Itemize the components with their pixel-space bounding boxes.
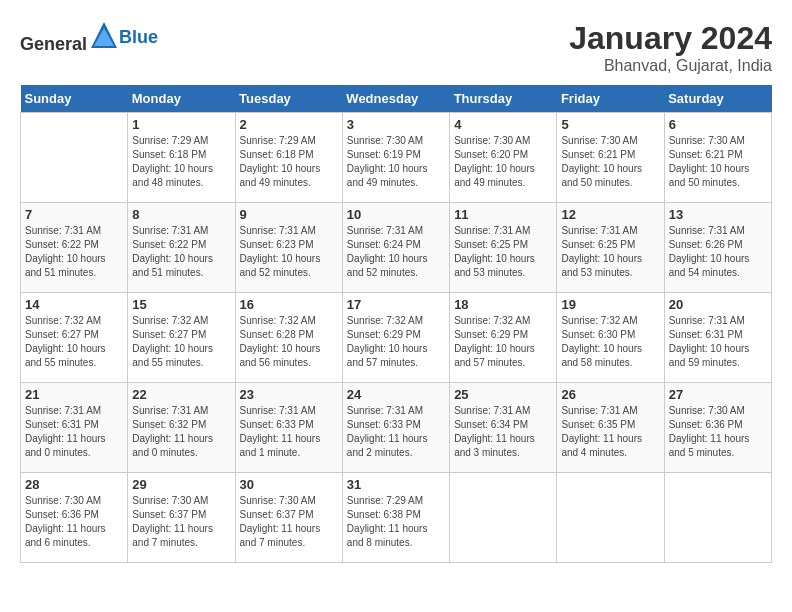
- day-number: 28: [25, 477, 123, 492]
- day-info: Sunrise: 7:32 AM Sunset: 6:29 PM Dayligh…: [454, 314, 552, 370]
- day-number: 8: [132, 207, 230, 222]
- calendar-cell: 27Sunrise: 7:30 AM Sunset: 6:36 PM Dayli…: [664, 383, 771, 473]
- day-info: Sunrise: 7:30 AM Sunset: 6:37 PM Dayligh…: [240, 494, 338, 550]
- calendar-cell: 5Sunrise: 7:30 AM Sunset: 6:21 PM Daylig…: [557, 113, 664, 203]
- calendar-cell: 25Sunrise: 7:31 AM Sunset: 6:34 PM Dayli…: [450, 383, 557, 473]
- day-info: Sunrise: 7:31 AM Sunset: 6:35 PM Dayligh…: [561, 404, 659, 460]
- calendar-cell: 19Sunrise: 7:32 AM Sunset: 6:30 PM Dayli…: [557, 293, 664, 383]
- day-info: Sunrise: 7:31 AM Sunset: 6:33 PM Dayligh…: [347, 404, 445, 460]
- day-number: 2: [240, 117, 338, 132]
- day-number: 6: [669, 117, 767, 132]
- day-info: Sunrise: 7:31 AM Sunset: 6:26 PM Dayligh…: [669, 224, 767, 280]
- weekday-header-wednesday: Wednesday: [342, 85, 449, 113]
- calendar-cell: 13Sunrise: 7:31 AM Sunset: 6:26 PM Dayli…: [664, 203, 771, 293]
- day-number: 25: [454, 387, 552, 402]
- page-header: General Blue January 2024 Bhanvad, Gujar…: [20, 20, 772, 75]
- day-number: 30: [240, 477, 338, 492]
- day-info: Sunrise: 7:31 AM Sunset: 6:25 PM Dayligh…: [561, 224, 659, 280]
- calendar-cell: 10Sunrise: 7:31 AM Sunset: 6:24 PM Dayli…: [342, 203, 449, 293]
- calendar-cell: 4Sunrise: 7:30 AM Sunset: 6:20 PM Daylig…: [450, 113, 557, 203]
- calendar-cell: 8Sunrise: 7:31 AM Sunset: 6:22 PM Daylig…: [128, 203, 235, 293]
- calendar-header: SundayMondayTuesdayWednesdayThursdayFrid…: [21, 85, 772, 113]
- day-info: Sunrise: 7:29 AM Sunset: 6:18 PM Dayligh…: [240, 134, 338, 190]
- calendar-cell: 14Sunrise: 7:32 AM Sunset: 6:27 PM Dayli…: [21, 293, 128, 383]
- day-number: 13: [669, 207, 767, 222]
- day-info: Sunrise: 7:31 AM Sunset: 6:34 PM Dayligh…: [454, 404, 552, 460]
- weekday-header-row: SundayMondayTuesdayWednesdayThursdayFrid…: [21, 85, 772, 113]
- calendar-cell: 16Sunrise: 7:32 AM Sunset: 6:28 PM Dayli…: [235, 293, 342, 383]
- logo-icon: [89, 20, 119, 50]
- calendar-cell: 23Sunrise: 7:31 AM Sunset: 6:33 PM Dayli…: [235, 383, 342, 473]
- calendar-cell: 31Sunrise: 7:29 AM Sunset: 6:38 PM Dayli…: [342, 473, 449, 563]
- day-info: Sunrise: 7:31 AM Sunset: 6:31 PM Dayligh…: [25, 404, 123, 460]
- day-number: 24: [347, 387, 445, 402]
- day-info: Sunrise: 7:31 AM Sunset: 6:23 PM Dayligh…: [240, 224, 338, 280]
- day-info: Sunrise: 7:29 AM Sunset: 6:38 PM Dayligh…: [347, 494, 445, 550]
- calendar-cell: 18Sunrise: 7:32 AM Sunset: 6:29 PM Dayli…: [450, 293, 557, 383]
- day-info: Sunrise: 7:30 AM Sunset: 6:21 PM Dayligh…: [561, 134, 659, 190]
- calendar-cell: [21, 113, 128, 203]
- day-info: Sunrise: 7:31 AM Sunset: 6:25 PM Dayligh…: [454, 224, 552, 280]
- day-info: Sunrise: 7:31 AM Sunset: 6:22 PM Dayligh…: [132, 224, 230, 280]
- day-info: Sunrise: 7:32 AM Sunset: 6:28 PM Dayligh…: [240, 314, 338, 370]
- logo-text-blue: Blue: [119, 27, 158, 48]
- weekday-header-saturday: Saturday: [664, 85, 771, 113]
- calendar-cell: 26Sunrise: 7:31 AM Sunset: 6:35 PM Dayli…: [557, 383, 664, 473]
- day-number: 3: [347, 117, 445, 132]
- calendar-cell: 7Sunrise: 7:31 AM Sunset: 6:22 PM Daylig…: [21, 203, 128, 293]
- day-info: Sunrise: 7:31 AM Sunset: 6:31 PM Dayligh…: [669, 314, 767, 370]
- day-number: 27: [669, 387, 767, 402]
- day-number: 23: [240, 387, 338, 402]
- subtitle: Bhanvad, Gujarat, India: [569, 57, 772, 75]
- calendar-cell: 15Sunrise: 7:32 AM Sunset: 6:27 PM Dayli…: [128, 293, 235, 383]
- calendar-body: 1Sunrise: 7:29 AM Sunset: 6:18 PM Daylig…: [21, 113, 772, 563]
- week-row-1: 1Sunrise: 7:29 AM Sunset: 6:18 PM Daylig…: [21, 113, 772, 203]
- day-info: Sunrise: 7:30 AM Sunset: 6:21 PM Dayligh…: [669, 134, 767, 190]
- title-block: January 2024 Bhanvad, Gujarat, India: [569, 20, 772, 75]
- day-number: 15: [132, 297, 230, 312]
- day-number: 7: [25, 207, 123, 222]
- day-number: 16: [240, 297, 338, 312]
- calendar-cell: 9Sunrise: 7:31 AM Sunset: 6:23 PM Daylig…: [235, 203, 342, 293]
- weekday-header-tuesday: Tuesday: [235, 85, 342, 113]
- day-info: Sunrise: 7:32 AM Sunset: 6:30 PM Dayligh…: [561, 314, 659, 370]
- day-number: 22: [132, 387, 230, 402]
- calendar-cell: 3Sunrise: 7:30 AM Sunset: 6:19 PM Daylig…: [342, 113, 449, 203]
- day-number: 1: [132, 117, 230, 132]
- day-info: Sunrise: 7:30 AM Sunset: 6:19 PM Dayligh…: [347, 134, 445, 190]
- week-row-3: 14Sunrise: 7:32 AM Sunset: 6:27 PM Dayli…: [21, 293, 772, 383]
- calendar-cell: [450, 473, 557, 563]
- day-number: 17: [347, 297, 445, 312]
- weekday-header-sunday: Sunday: [21, 85, 128, 113]
- day-number: 10: [347, 207, 445, 222]
- day-number: 26: [561, 387, 659, 402]
- week-row-5: 28Sunrise: 7:30 AM Sunset: 6:36 PM Dayli…: [21, 473, 772, 563]
- calendar-cell: 12Sunrise: 7:31 AM Sunset: 6:25 PM Dayli…: [557, 203, 664, 293]
- calendar-cell: 1Sunrise: 7:29 AM Sunset: 6:18 PM Daylig…: [128, 113, 235, 203]
- week-row-4: 21Sunrise: 7:31 AM Sunset: 6:31 PM Dayli…: [21, 383, 772, 473]
- day-info: Sunrise: 7:32 AM Sunset: 6:29 PM Dayligh…: [347, 314, 445, 370]
- day-info: Sunrise: 7:31 AM Sunset: 6:32 PM Dayligh…: [132, 404, 230, 460]
- logo: General Blue: [20, 20, 158, 55]
- day-number: 12: [561, 207, 659, 222]
- day-number: 29: [132, 477, 230, 492]
- calendar-cell: 6Sunrise: 7:30 AM Sunset: 6:21 PM Daylig…: [664, 113, 771, 203]
- day-number: 11: [454, 207, 552, 222]
- day-info: Sunrise: 7:31 AM Sunset: 6:24 PM Dayligh…: [347, 224, 445, 280]
- day-info: Sunrise: 7:32 AM Sunset: 6:27 PM Dayligh…: [132, 314, 230, 370]
- day-info: Sunrise: 7:30 AM Sunset: 6:36 PM Dayligh…: [25, 494, 123, 550]
- calendar-cell: 24Sunrise: 7:31 AM Sunset: 6:33 PM Dayli…: [342, 383, 449, 473]
- day-info: Sunrise: 7:31 AM Sunset: 6:33 PM Dayligh…: [240, 404, 338, 460]
- day-info: Sunrise: 7:30 AM Sunset: 6:37 PM Dayligh…: [132, 494, 230, 550]
- day-number: 21: [25, 387, 123, 402]
- calendar-table: SundayMondayTuesdayWednesdayThursdayFrid…: [20, 85, 772, 563]
- day-info: Sunrise: 7:31 AM Sunset: 6:22 PM Dayligh…: [25, 224, 123, 280]
- calendar-cell: 30Sunrise: 7:30 AM Sunset: 6:37 PM Dayli…: [235, 473, 342, 563]
- calendar-cell: 11Sunrise: 7:31 AM Sunset: 6:25 PM Dayli…: [450, 203, 557, 293]
- day-number: 5: [561, 117, 659, 132]
- calendar-cell: 17Sunrise: 7:32 AM Sunset: 6:29 PM Dayli…: [342, 293, 449, 383]
- day-number: 9: [240, 207, 338, 222]
- week-row-2: 7Sunrise: 7:31 AM Sunset: 6:22 PM Daylig…: [21, 203, 772, 293]
- day-number: 4: [454, 117, 552, 132]
- weekday-header-thursday: Thursday: [450, 85, 557, 113]
